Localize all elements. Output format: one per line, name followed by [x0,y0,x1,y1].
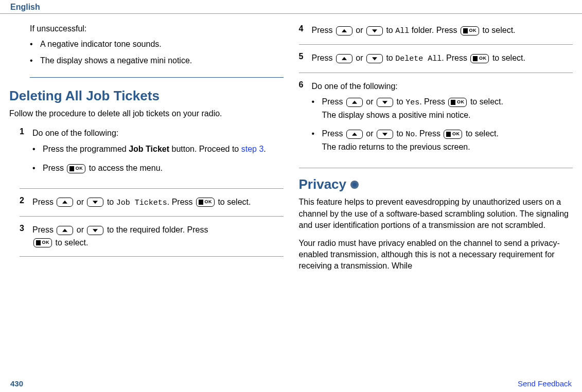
text-fragment: folder. Press [409,26,460,34]
step-1: 1 Do one of the following: Press the pro… [9,127,284,181]
down-arrow-icon [377,98,393,107]
text-fragment: Press [322,129,345,138]
text-fragment: to select. [468,97,503,106]
up-arrow-icon [346,130,363,139]
right-column: 4 Press or to All folder. Press to selec… [299,24,573,278]
down-arrow-icon [87,226,103,235]
section-subtitle: Follow the procedure to delete all job t… [9,108,284,119]
mono-text: Delete All [395,55,442,63]
ok-button-icon [448,98,467,107]
text-fragment: or [74,198,86,206]
step-content: Press or to All folder. Press to select. [312,24,573,37]
down-arrow-icon [377,130,393,139]
mono-text: All [395,27,409,35]
text-fragment: to [104,198,116,206]
step-content: Do one of the following: Press or to Yes… [312,80,573,160]
privacy-paragraph-2: Your radio must have privacy enabled on … [299,238,573,272]
ok-button-icon [67,164,85,173]
ok-button-icon [33,238,52,247]
section-divider [299,168,573,168]
text-fragment: The radio returns to the previous screen… [322,142,470,151]
text-fragment: or [364,129,376,138]
privacy-icon [350,181,359,189]
privacy-paragraph-1: This feature helps to prevent eavesdropp… [299,197,573,231]
page-footer: 430 Send Feedback [0,379,582,388]
up-arrow-icon [346,98,363,107]
step-6: 6 Do one of the following: Press or to Y… [299,80,573,160]
text-fragment: or [354,26,365,34]
unsuccessful-intro: If unsuccessful: [30,24,284,33]
text-fragment: to [394,129,405,138]
header-language: English [10,3,40,11]
ok-button-icon [196,198,215,207]
text-fragment: Press [32,198,56,206]
text-fragment: . Press [442,54,469,62]
step-2: 2 Press or to Job Tickets. Press to sele… [9,196,284,209]
text-fragment: or [74,225,86,234]
text-fragment: to select. [216,198,251,206]
text-fragment: to select. [480,26,515,34]
up-arrow-icon [336,54,352,63]
ok-button-icon [470,54,489,63]
list-item: Press to access the menu. [32,162,284,175]
list-item: A negative indicator tone sounds. [30,39,284,50]
step-3: 3 Press or to the required folder. Press… [9,224,284,250]
step-content: Do one of the following: Press the progr… [32,127,284,181]
step-5: 5 Press or to Delete All. Press to selec… [299,52,573,65]
up-arrow-icon [336,26,352,35]
ok-button-icon [444,130,462,139]
step-separator [20,188,284,189]
text-fragment: . [263,145,266,153]
text-fragment: to access the menu. [86,164,163,172]
text-fragment: . Press [415,129,443,138]
bold-text: Job Ticket [129,145,169,153]
step-separator [299,44,573,45]
text-fragment: Press [322,97,345,106]
text-fragment: to select. [490,54,525,62]
section-heading-privacy: Privacy [299,176,347,192]
step-sub-bullets: Press or to Yes. Press to select. The di… [312,96,573,153]
step-separator [20,216,284,217]
text-fragment: Press [43,164,66,172]
step-number: 6 [299,80,312,160]
page-header: English [0,0,582,14]
down-arrow-icon [366,54,383,63]
send-feedback-link[interactable]: Send Feedback [518,379,572,388]
step-number: 5 [299,52,312,65]
step-number: 1 [20,127,32,181]
text-fragment: to [384,26,395,34]
text-fragment: to the required folder. Press [104,225,208,234]
text-fragment: . Press [419,97,447,106]
list-item: Press or to No. Press to select. The rad… [312,128,573,153]
step-content: Press or to the required folder. Press t… [32,224,284,250]
list-item: The display shows a negative mini notice… [30,55,284,66]
ok-button-icon [461,26,479,35]
down-arrow-icon [366,26,383,35]
text-fragment: or [354,54,365,62]
down-arrow-icon [87,198,103,207]
text-fragment: to [394,97,405,106]
mono-text: No [405,130,415,139]
text-fragment: Press [312,26,335,34]
step-number: 4 [299,24,312,37]
step-separator [20,256,284,257]
up-arrow-icon [57,226,73,235]
step-4: 4 Press or to All folder. Press to selec… [299,24,573,37]
step-content: Press or to Job Tickets. Press to select… [32,196,284,209]
section-divider [30,77,284,78]
text-fragment: to select. [463,129,498,138]
step-content: Press or to Delete All. Press to select. [312,52,573,65]
up-arrow-icon [57,198,73,207]
text-fragment: The display shows a positive mini notice… [322,111,471,119]
mono-text: Yes [405,98,419,107]
content-columns: If unsuccessful: A negative indicator to… [0,24,582,278]
step-3-link[interactable]: step 3 [241,145,264,153]
text-fragment: to select. [53,238,88,247]
text-fragment: to [384,54,395,62]
mono-text: Job Tickets [116,199,167,207]
text-fragment: Press [312,54,335,62]
text-fragment: . Press [167,198,195,206]
section-heading-deleting: Deleting All Job Tickets [9,88,284,104]
text-fragment: Press [32,225,56,234]
step-separator [299,73,573,73]
